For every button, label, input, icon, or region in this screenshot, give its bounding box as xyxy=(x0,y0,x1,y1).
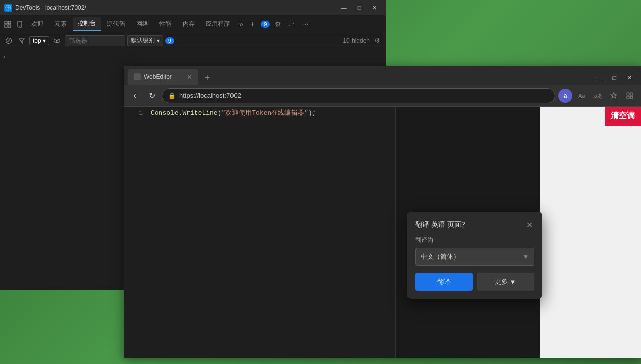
banner-red-text: 清空调 xyxy=(605,107,641,126)
code-content: Console.WriteLine("欢迎使用Token在线编辑器"); xyxy=(151,108,316,117)
browser-profile-button[interactable]: a xyxy=(558,89,572,103)
right-banner: 清空调 xyxy=(540,107,641,358)
devtools-window-controls: — □ ✕ xyxy=(336,3,382,13)
svg-text:aあ: aあ xyxy=(594,93,602,99)
devtools-tab-application[interactable]: 应用程序 xyxy=(201,18,235,30)
devtools-inspect-icon[interactable] xyxy=(2,19,13,30)
console-context-arrow: ▾ xyxy=(43,37,46,44)
translate-more-label: 更多 xyxy=(495,277,508,286)
translate-popup-close-button[interactable]: ✕ xyxy=(524,220,534,230)
browser-favorites-icon[interactable] xyxy=(607,89,621,103)
devtools-close-button[interactable]: ✕ xyxy=(367,3,382,13)
translate-more-button[interactable]: 更多 ▼ xyxy=(477,273,534,291)
svg-rect-1 xyxy=(5,21,7,24)
devtools-tab-console[interactable]: 控制台 xyxy=(73,17,101,31)
console-context-label: top xyxy=(33,37,41,44)
devtools-tab-sources[interactable]: 源代码 xyxy=(102,18,130,30)
code-line-1: 1 Console.WriteLine("欢迎使用Token在线编辑器"); xyxy=(124,107,395,119)
devtools-settings-icon[interactable]: ⚙ xyxy=(272,18,284,30)
console-context-selector[interactable]: top ▾ xyxy=(29,36,49,45)
svg-rect-15 xyxy=(630,93,633,95)
svg-point-10 xyxy=(56,40,58,42)
svg-line-8 xyxy=(8,39,10,42)
translate-popup-header: 翻译 英语 页面? ✕ xyxy=(415,220,534,230)
svg-rect-4 xyxy=(8,25,11,27)
devtools-title: DevTools - localhost:7002/ xyxy=(15,4,333,11)
devtools-badge-count: 9 xyxy=(261,21,270,28)
browser-url-bar[interactable]: 🔒 https://localhost:7002 xyxy=(162,88,555,103)
devtools-network-icon[interactable]: ⇌ xyxy=(285,18,298,30)
code-method-span: Console xyxy=(151,109,179,117)
browser-new-tab-button[interactable]: + xyxy=(200,71,214,85)
console-hidden-count: 10 hidden ⚙ xyxy=(343,35,383,46)
console-filter-icon[interactable] xyxy=(16,35,27,46)
svg-point-6 xyxy=(19,26,20,27)
devtools-maximize-button[interactable]: □ xyxy=(352,3,367,13)
code-line-number: 1 xyxy=(128,109,143,117)
console-clear-icon[interactable] xyxy=(3,35,14,46)
console-filter-input[interactable] xyxy=(65,35,125,46)
svg-rect-11 xyxy=(135,74,140,79)
browser-maximize-button[interactable]: □ xyxy=(607,71,622,85)
translate-popup-actions: 翻译 更多 ▼ xyxy=(415,273,534,291)
devtools-tab-network[interactable]: 网络 xyxy=(131,18,153,30)
console-level-label: 默认级别 xyxy=(131,36,155,45)
svg-text:Aa: Aa xyxy=(578,93,586,99)
devtools-tab-performance[interactable]: 性能 xyxy=(154,18,177,30)
console-error-badge: 9 xyxy=(165,37,174,44)
browser-tab-favicon xyxy=(134,73,141,80)
devtools-more-options-icon[interactable]: ⋯ xyxy=(299,18,312,30)
browser-window-controls: — □ ✕ xyxy=(592,71,637,85)
devtools-tab-bar: 欢迎 元素 控制台 源代码 网络 性能 内存 应用程序 » + 9 ⚙ ⇌ ⋯ xyxy=(0,15,386,33)
console-level-arrow: ▾ xyxy=(157,37,160,44)
browser-url-text: https://localhost:7002 xyxy=(179,92,549,99)
svg-rect-3 xyxy=(5,25,7,27)
browser-tab-label: WebEditor xyxy=(144,73,172,80)
devtools-tab-elements[interactable]: 元素 xyxy=(49,18,72,30)
desktop: DevTools - localhost:7002/ — □ ✕ 欢迎 元素 控… xyxy=(0,0,641,364)
lock-icon: 🔒 xyxy=(168,92,176,99)
devtools-minimize-button[interactable]: — xyxy=(336,3,352,13)
translate-popup-title: 翻译 英语 页面? xyxy=(415,220,465,229)
devtools-more-tabs-icon[interactable]: » xyxy=(236,18,246,30)
browser-read-aloud-icon[interactable]: Aa xyxy=(574,89,589,103)
browser-content-area: 1 Console.WriteLine("欢迎使用Token在线编辑器"); 清… xyxy=(124,107,641,358)
svg-rect-16 xyxy=(627,96,629,99)
devtools-tab-memory[interactable]: 内存 xyxy=(178,18,200,30)
browser-tab-bar: WebEditor ✕ + — □ ✕ xyxy=(124,66,641,85)
translate-language-value: 中文（简体） xyxy=(421,252,460,261)
translate-popup: 翻译 英语 页面? ✕ 翻译为 中文（简体） ▼ 翻译 更多 ▼ xyxy=(407,212,542,299)
browser-collections-icon[interactable] xyxy=(623,89,637,103)
browser-tab-webeditor[interactable]: WebEditor ✕ xyxy=(128,69,198,85)
browser-window: WebEditor ✕ + — □ ✕ ‹ ↻ 🔒 https://localh… xyxy=(124,66,641,358)
devtools-add-tab-button[interactable]: + xyxy=(247,19,258,30)
translate-to-label: 翻译为 xyxy=(415,236,534,245)
svg-rect-2 xyxy=(8,21,11,24)
devtools-console-toolbar: top ▾ 默认级别 ▾ 9 10 hidden ⚙ xyxy=(0,33,386,48)
code-string-span: "欢迎使用Token在线编辑器" xyxy=(221,109,308,117)
browser-tab-close-button[interactable]: ✕ xyxy=(187,73,192,81)
code-editor: 1 Console.WriteLine("欢迎使用Token在线编辑器"); xyxy=(124,107,396,358)
browser-address-bar: ‹ ↻ 🔒 https://localhost:7002 a Aa aあ xyxy=(124,85,641,107)
code-writeline-span: WriteLine xyxy=(182,109,217,117)
browser-back-button[interactable]: ‹ xyxy=(128,89,142,103)
translate-button[interactable]: 翻译 xyxy=(415,273,473,291)
browser-refresh-button[interactable]: ↻ xyxy=(145,89,159,103)
svg-rect-17 xyxy=(630,96,633,99)
devtools-tab-welcome[interactable]: 欢迎 xyxy=(26,18,48,30)
translate-more-arrow: ▼ xyxy=(510,278,516,286)
browser-minimize-button[interactable]: — xyxy=(592,71,607,85)
browser-toolbar-icons: a Aa aあ xyxy=(558,89,637,103)
browser-close-button[interactable]: ✕ xyxy=(622,71,637,85)
svg-rect-14 xyxy=(627,93,629,95)
translate-language-selector[interactable]: 中文（简体） ▼ xyxy=(415,248,534,266)
devtools-logo-icon xyxy=(4,4,12,12)
console-eye-icon[interactable] xyxy=(51,35,63,46)
browser-translate-icon[interactable]: aあ xyxy=(591,89,605,103)
console-expand-icon[interactable]: › xyxy=(3,53,5,60)
console-hidden-settings-icon[interactable]: ⚙ xyxy=(372,35,383,46)
devtools-titlebar: DevTools - localhost:7002/ — □ ✕ xyxy=(0,0,386,15)
translate-language-arrow: ▼ xyxy=(522,253,529,260)
console-level-selector[interactable]: 默认级别 ▾ xyxy=(127,35,163,46)
devtools-mobile-icon[interactable] xyxy=(14,19,25,30)
